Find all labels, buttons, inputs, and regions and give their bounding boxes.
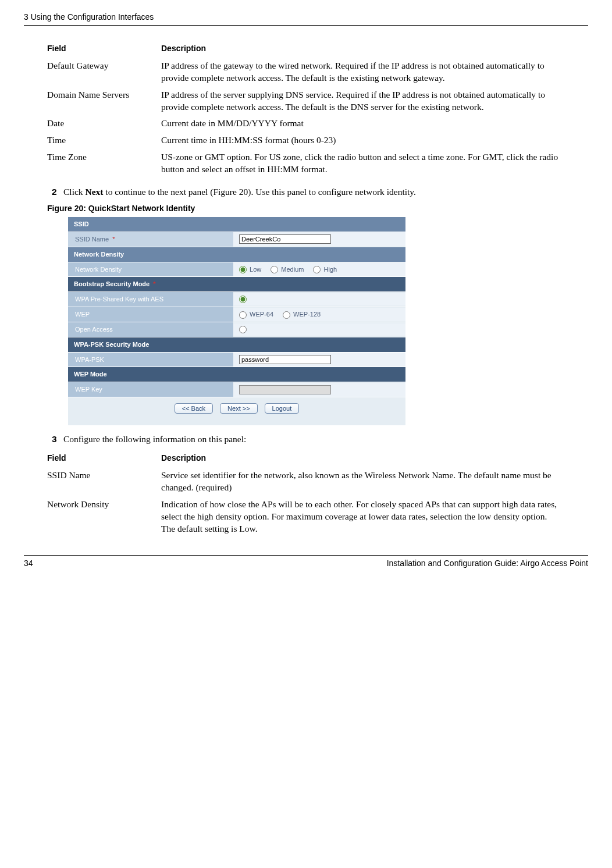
page-running-header: 3 Using the Configuration Interfaces xyxy=(24,12,588,26)
wep64-option[interactable]: WEP-64 xyxy=(239,310,273,319)
density-high-option[interactable]: High xyxy=(313,265,337,274)
page-footer: 34 Installation and Configuration Guide:… xyxy=(24,555,588,569)
table1-row2-desc: Current date in MM/DD/YYYY format xyxy=(161,115,565,132)
density-high-label: High xyxy=(324,266,337,273)
ssid-name-row: SSID Name * xyxy=(68,232,405,247)
wep-options: WEP-64 WEP-128 xyxy=(233,308,405,321)
figure-caption: Figure 20: QuickStart Network Identity xyxy=(47,203,565,214)
open-access-label: Open Access xyxy=(68,322,233,337)
step-number: 3 xyxy=(52,433,63,446)
table1-header-field: Field xyxy=(47,41,161,58)
bootstrap-security-header: Bootstrap Security Mode * xyxy=(68,276,405,291)
step2-bold: Next xyxy=(85,187,103,197)
open-access-cell xyxy=(233,323,405,336)
wep-key-cell xyxy=(233,383,405,397)
wpa-aes-radio[interactable] xyxy=(239,296,247,303)
table2-row1-desc: Indication of how close the APs will be … xyxy=(161,496,565,538)
wep64-radio[interactable] xyxy=(239,311,247,319)
table1-row4-desc: US-zone or GMT option. For US zone, clic… xyxy=(161,149,565,178)
wep-mode-header: WEP Mode xyxy=(68,367,405,382)
logout-button[interactable]: Logout xyxy=(265,403,300,414)
table-row: TimeCurrent time in HH:MM:SS format (hou… xyxy=(47,132,565,149)
wep128-option[interactable]: WEP-128 xyxy=(283,310,321,319)
table1-row1-desc: IP address of the server supplying DNS s… xyxy=(161,87,565,116)
footer-title: Installation and Configuration Guide: Ai… xyxy=(387,558,588,569)
density-low-label: Low xyxy=(250,266,261,273)
ssid-name-label: SSID Name * xyxy=(68,232,233,247)
density-high-radio[interactable] xyxy=(313,266,321,273)
network-density-row: Network Density Low Medium High xyxy=(68,262,405,277)
next-button[interactable]: Next >> xyxy=(220,403,258,414)
wpa-psk-header: WPA-PSK Security Mode xyxy=(68,337,405,352)
table1-row4-field: Time Zone xyxy=(47,149,161,178)
quickstart-panel: SSID SSID Name * Network Density Network… xyxy=(68,216,405,425)
table-row: SSID NameService set identifier for the … xyxy=(47,467,565,496)
table2-row0-field: SSID Name xyxy=(47,467,161,496)
wep128-radio[interactable] xyxy=(283,311,290,319)
wep128-label: WEP-128 xyxy=(293,311,321,318)
step-3: 3 Configure the following information on… xyxy=(52,433,565,446)
required-asterisk-icon: * xyxy=(112,236,115,243)
field-description-table-1: Field Description Default GatewayIP addr… xyxy=(47,41,565,178)
table1-row0-desc: IP address of the gateway to the wired n… xyxy=(161,58,565,87)
table1-row1-field: Domain Name Servers xyxy=(47,87,161,116)
table-row: Time ZoneUS-zone or GMT option. For US z… xyxy=(47,149,565,178)
ssid-header: SSID xyxy=(68,216,405,232)
bootstrap-security-header-text: Bootstrap Security Mode xyxy=(74,280,150,287)
wep-key-label: WEP Key xyxy=(68,382,233,397)
table2-row1-field: Network Density xyxy=(47,496,161,538)
wpa-aes-label: WPA Pre-Shared Key with AES xyxy=(68,292,233,307)
ssid-name-cell xyxy=(233,232,405,246)
ssid-name-input[interactable] xyxy=(239,234,331,244)
table1-row3-desc: Current time in HH:MM:SS format (hours 0… xyxy=(161,132,565,149)
page-number: 34 xyxy=(24,558,33,569)
back-button[interactable]: << Back xyxy=(175,403,213,414)
wep-key-row: WEP Key xyxy=(68,382,405,397)
wpa-psk-label: WPA-PSK xyxy=(68,353,233,367)
network-density-header: Network Density xyxy=(68,247,405,262)
wpa-psk-cell xyxy=(233,353,405,367)
step2-part-a: Click xyxy=(63,187,85,197)
density-medium-option[interactable]: Medium xyxy=(271,265,304,274)
wpa-psk-row: WPA-PSK xyxy=(68,352,405,367)
network-density-options: Low Medium High xyxy=(233,263,405,276)
table1-row0-field: Default Gateway xyxy=(47,58,161,87)
table1-header-description: Description xyxy=(161,41,565,58)
button-row: << Back Next >> Logout xyxy=(68,397,405,414)
field-description-table-2: Field Description SSID NameService set i… xyxy=(47,450,565,538)
table1-row3-field: Time xyxy=(47,132,161,149)
open-access-row: Open Access xyxy=(68,322,405,337)
table-row: DateCurrent date in MM/DD/YYYY format xyxy=(47,115,565,132)
figure-20: SSID SSID Name * Network Density Network… xyxy=(47,216,565,425)
page-content: Field Description Default GatewayIP addr… xyxy=(24,41,588,538)
table-row: Default GatewayIP address of the gateway… xyxy=(47,58,565,87)
wpa-aes-row: WPA Pre-Shared Key with AES xyxy=(68,291,405,307)
table2-header-field: Field xyxy=(47,450,161,467)
ssid-name-label-text: SSID Name xyxy=(75,236,109,243)
density-low-option[interactable]: Low xyxy=(239,265,261,274)
wep-key-input xyxy=(239,385,331,394)
step-3-text: Configure the following information on t… xyxy=(63,433,246,446)
step-2: 2 Click Next to continue to the next pan… xyxy=(52,186,565,198)
step-number: 2 xyxy=(52,186,63,198)
density-low-radio[interactable] xyxy=(239,266,247,273)
wep64-label: WEP-64 xyxy=(250,311,273,318)
table-row: Domain Name ServersIP address of the ser… xyxy=(47,87,565,116)
density-medium-radio[interactable] xyxy=(271,266,278,273)
network-density-label: Network Density xyxy=(68,262,233,277)
table2-row0-desc: Service set identifier for the network, … xyxy=(161,467,565,496)
wep-label: WEP xyxy=(68,307,233,322)
required-asterisk-icon: * xyxy=(153,280,155,287)
step2-part-c: to continue to the next panel (Figure 20… xyxy=(103,187,416,197)
wep-row: WEP WEP-64 WEP-128 xyxy=(68,307,405,322)
density-medium-label: Medium xyxy=(281,266,304,273)
table-row: Network DensityIndication of how close t… xyxy=(47,496,565,538)
wpa-aes-cell xyxy=(233,293,405,305)
step-2-text: Click Next to continue to the next panel… xyxy=(63,186,416,198)
table2-header-description: Description xyxy=(161,450,565,467)
open-access-radio[interactable] xyxy=(239,326,247,333)
wpa-psk-input[interactable] xyxy=(239,355,331,364)
table1-row2-field: Date xyxy=(47,115,161,132)
